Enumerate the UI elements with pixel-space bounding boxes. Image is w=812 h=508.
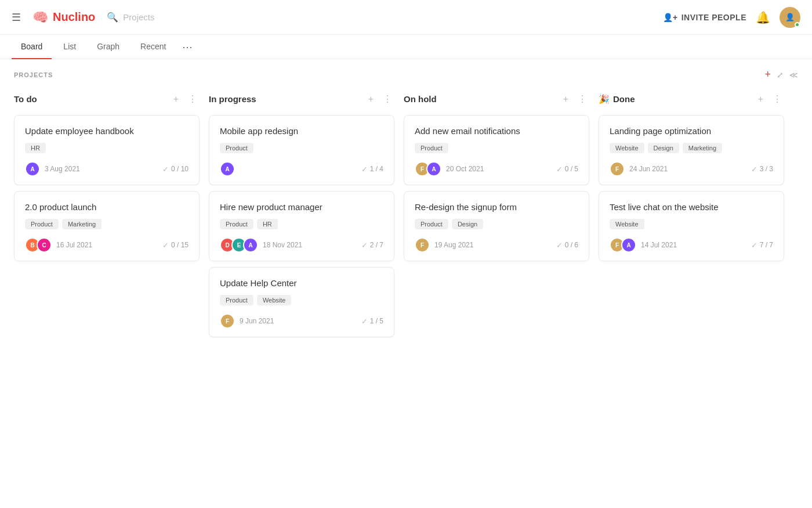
card-title: Update employee handbook [25, 126, 188, 136]
card-footer: FA20 Oct 2021✓ 0 / 5 [415, 161, 578, 176]
tab-list[interactable]: List [54, 35, 85, 59]
card-avatars: F [220, 314, 235, 329]
header-right: 👤+ INVITE PEOPLE 🔔 👤 [663, 7, 801, 28]
card[interactable]: Update Help CenterProductWebsiteF9 Jun 2… [209, 267, 394, 337]
tag: Design [648, 143, 679, 153]
column-header-in-progress: In progress + ⋮ [209, 90, 394, 108]
column-more-button-done[interactable]: ⋮ [770, 92, 784, 106]
column-more-button-todo[interactable]: ⋮ [186, 92, 200, 106]
checkmark-icon: ✓ [361, 165, 368, 174]
card-title: Hire new product manager [220, 202, 383, 212]
tab-more-button[interactable]: ⋯ [177, 36, 197, 58]
add-person-icon: 👤+ [663, 13, 678, 22]
card[interactable]: Update employee handbookHRA3 Aug 2021✓ 0… [14, 115, 200, 185]
card[interactable]: 2.0 product launchProductMarketingBC16 J… [14, 191, 200, 261]
column-header-todo: To do + ⋮ [14, 90, 200, 108]
column-add-button-done[interactable]: + [756, 93, 766, 106]
tag: Product [220, 219, 253, 229]
menu-icon[interactable]: ☰ [12, 11, 21, 24]
card-title: 2.0 product launch [25, 202, 188, 212]
card-date: 18 Nov 2021 [263, 241, 302, 249]
card-title: Landing page optimization [610, 126, 773, 136]
card[interactable]: Re-design the signup formProductDesignF1… [404, 191, 589, 261]
tag: Product [220, 295, 253, 305]
card-date: 14 Jul 2021 [641, 241, 677, 249]
bell-icon[interactable]: 🔔 [756, 10, 770, 24]
card-title: Add new email notifications [415, 126, 578, 136]
column-add-button-in-progress[interactable]: + [366, 93, 376, 106]
card-tags: ProductHR [220, 219, 383, 229]
tag: Product [415, 219, 448, 229]
card-date: 9 Jun 2021 [240, 317, 274, 325]
card-tags: WebsiteDesignMarketing [610, 143, 773, 153]
tag: Product [415, 143, 448, 153]
brain-icon: 🧠 [32, 10, 48, 25]
card[interactable]: Add new email notificationsProductFA20 O… [404, 115, 589, 185]
card-check-count: ✓ 2 / 7 [361, 241, 383, 250]
tag: Design [452, 219, 483, 229]
column-title-done: 🎉 Done [599, 94, 635, 105]
search-bar[interactable]: 🔍 Projects [107, 12, 154, 23]
card-avatars: A [25, 161, 40, 176]
avatar: A [426, 161, 441, 176]
card-tags: Product [220, 143, 383, 153]
tab-board[interactable]: Board [12, 35, 52, 59]
card-tags: HR [25, 143, 188, 153]
card-avatars: DEA [220, 237, 258, 253]
tag: HR [25, 143, 46, 153]
column-more-button-in-progress[interactable]: ⋮ [380, 92, 394, 106]
avatar: F [415, 237, 430, 253]
card-check-count: ✓ 0 / 10 [162, 165, 188, 174]
tag: Website [610, 219, 644, 229]
tag: Website [610, 143, 644, 153]
card[interactable]: Hire new product managerProductHRDEA18 N… [209, 191, 394, 261]
checkmark-icon: ✓ [162, 165, 169, 174]
card-check-count: ✓ 0 / 15 [162, 241, 188, 250]
header: ☰ 🧠 Nuclino 🔍 Projects 👤+ INVITE PEOPLE … [0, 0, 812, 35]
projects-header: PROJECTS + ⤢ ≪ [0, 59, 812, 85]
column-more-button-on-hold[interactable]: ⋮ [575, 92, 589, 106]
card-date: 3 Aug 2021 [45, 165, 80, 173]
column-header-done: 🎉 Done + ⋮ [599, 90, 784, 108]
search-icon: 🔍 [107, 12, 118, 23]
header-left: ☰ 🧠 Nuclino 🔍 Projects [12, 10, 155, 25]
tab-graph[interactable]: Graph [88, 35, 129, 59]
collapse-icon[interactable]: ≪ [789, 70, 798, 80]
invite-people-button[interactable]: 👤+ INVITE PEOPLE [663, 13, 747, 22]
card-footer: BC16 Jul 2021✓ 0 / 15 [25, 237, 188, 253]
card-check-count: ✓ 0 / 5 [556, 165, 578, 174]
card-footer: FA14 Jul 2021✓ 7 / 7 [610, 237, 773, 253]
card-avatars: F [415, 237, 430, 253]
card-title: Test live chat on the website [610, 202, 773, 212]
add-project-button[interactable]: + [764, 69, 771, 81]
card-footer: F9 Jun 2021✓ 1 / 5 [220, 314, 383, 329]
card-avatars: FA [610, 237, 636, 253]
column-title-todo: To do [14, 94, 37, 104]
column-emoji: 🎉 [599, 94, 610, 105]
card[interactable]: Mobile app redesignProductA✓ 1 / 4 [209, 115, 394, 185]
avatar: A [621, 237, 636, 253]
card-tags: Product [415, 143, 578, 153]
avatar: F [220, 314, 235, 329]
tab-recent[interactable]: Recent [131, 35, 175, 59]
column-todo: To do + ⋮ Update employee handbookHRA3 A… [14, 90, 200, 492]
card-tags: ProductDesign [415, 219, 578, 229]
card-title: Re-design the signup form [415, 202, 578, 212]
tag: Product [25, 219, 59, 229]
column-on-hold: On hold + ⋮ Add new email notificationsP… [404, 90, 589, 492]
column-add-button-todo[interactable]: + [171, 93, 181, 106]
column-add-button-on-hold[interactable]: + [561, 93, 571, 106]
column-header-on-hold: On hold + ⋮ [404, 90, 589, 108]
card-avatars: A [220, 161, 235, 176]
card[interactable]: Landing page optimizationWebsiteDesignMa… [599, 115, 784, 185]
expand-icon[interactable]: ⤢ [777, 70, 784, 80]
projects-actions: + ⤢ ≪ [764, 69, 798, 81]
card-check-count: ✓ 1 / 4 [361, 165, 383, 174]
card[interactable]: Test live chat on the websiteWebsiteFA14… [599, 191, 784, 261]
card-date: 24 Jun 2021 [629, 165, 668, 173]
avatar: C [37, 237, 52, 253]
card-footer: A✓ 1 / 4 [220, 161, 383, 176]
card-footer: F24 Jun 2021✓ 3 / 3 [610, 161, 773, 176]
checkmark-icon: ✓ [162, 241, 169, 250]
user-avatar-wrapper[interactable]: 👤 [780, 7, 800, 28]
